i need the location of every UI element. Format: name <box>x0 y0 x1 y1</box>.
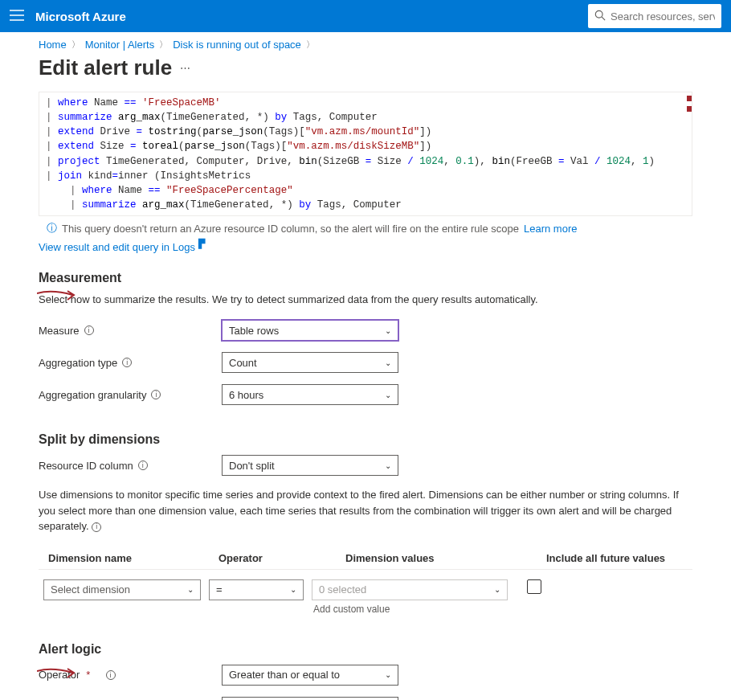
dimension-row: Select dimension⌄ =⌄ 0 selected⌄ <box>39 579 692 600</box>
arrow-annotation-icon <box>37 666 77 681</box>
aggregation-type-dropdown[interactable]: Count⌄ <box>222 352 398 373</box>
aggregation-type-label: Aggregation type <box>39 357 117 369</box>
chevron-down-icon: ⌄ <box>385 326 391 335</box>
chevron-down-icon: ⌄ <box>290 585 296 594</box>
measure-label: Measure <box>39 325 80 337</box>
info-icon[interactable]: i <box>84 325 94 335</box>
breadcrumb-home[interactable]: Home <box>39 39 67 51</box>
svg-point-0 <box>595 10 602 18</box>
global-search[interactable] <box>588 4 721 28</box>
chevron-down-icon: ⌄ <box>385 461 391 470</box>
include-future-values-checkbox[interactable] <box>527 579 541 594</box>
section-heading-measurement: Measurement <box>39 271 692 285</box>
more-actions-icon[interactable]: ⋯ <box>180 62 191 74</box>
global-search-input[interactable] <box>611 10 715 23</box>
dim-col-operator: Operator <box>218 552 345 564</box>
chevron-right-icon: 〉 <box>306 39 315 51</box>
chevron-down-icon: ⌄ <box>187 585 194 594</box>
resource-id-column-label: Resource ID column <box>39 460 133 472</box>
chevron-down-icon: ⌄ <box>385 670 391 679</box>
chevron-down-icon: ⌄ <box>494 585 500 594</box>
breadcrumb-monitor-alerts[interactable]: Monitor | Alerts <box>85 39 154 51</box>
breadcrumb: Home 〉 Monitor | Alerts 〉 Disk is runnin… <box>0 32 731 54</box>
threshold-value-input[interactable] <box>222 697 398 700</box>
page-title: Edit alert rule <box>39 55 172 80</box>
page-title-row: Edit alert rule ⋯ <box>0 54 731 92</box>
section-heading-split: Split by dimensions <box>39 432 692 447</box>
section-heading-alert-logic: Alert logic <box>39 642 692 657</box>
info-icon[interactable]: i <box>122 358 132 367</box>
view-in-logs-link[interactable]: View result and edit query in Logs <box>39 241 195 253</box>
aggregation-granularity-label: Aggregation granularity <box>39 389 146 401</box>
chevron-down-icon: ⌄ <box>385 358 391 367</box>
chevron-down-icon: ⌄ <box>385 391 391 399</box>
info-icon[interactable]: i <box>106 670 116 680</box>
info-icon[interactable]: i <box>92 522 101 532</box>
top-bar: Microsoft Azure <box>0 0 731 32</box>
dimensions-table-header: Dimension name Operator Dimension values… <box>39 547 692 570</box>
dim-col-values: Dimension values <box>345 552 546 564</box>
dimensions-hint: Use dimensions to monitor specific time … <box>39 487 692 534</box>
marker-icon <box>687 106 692 112</box>
chevron-right-icon: 〉 <box>159 39 168 51</box>
dimension-values-dropdown[interactable]: 0 selected⌄ <box>312 579 508 600</box>
aggregation-granularity-dropdown[interactable]: 6 hours⌄ <box>222 384 398 405</box>
open-logs-icon: ▛ <box>198 239 205 248</box>
resource-id-column-dropdown[interactable]: Don't split⌄ <box>222 455 398 476</box>
query-scope-note: ⓘ This query doesn't return an Azure res… <box>39 221 692 235</box>
hamburger-icon[interactable] <box>10 10 24 23</box>
breadcrumb-rule-name[interactable]: Disk is running out of space <box>173 39 301 51</box>
marker-icon <box>687 96 692 101</box>
dimension-operator-dropdown[interactable]: =⌄ <box>209 579 304 600</box>
query-note-text: This query doesn't return an Azure resou… <box>62 223 519 235</box>
svg-line-1 <box>602 17 605 20</box>
dimension-name-dropdown[interactable]: Select dimension⌄ <box>43 579 201 600</box>
measurement-description: Select how to summarize the results. We … <box>39 293 692 305</box>
chevron-right-icon: 〉 <box>71 39 80 51</box>
query-editor[interactable]: | where Name == 'FreeSpaceMB' | summariz… <box>39 92 692 216</box>
info-icon[interactable]: i <box>138 461 148 470</box>
search-icon <box>594 10 606 23</box>
arrow-annotation-icon <box>37 289 77 303</box>
info-icon: ⓘ <box>47 221 57 235</box>
info-icon[interactable]: i <box>151 390 161 399</box>
dim-col-future: Include all future values <box>546 552 683 564</box>
dim-col-name: Dimension name <box>48 552 218 564</box>
learn-more-link[interactable]: Learn more <box>524 223 577 235</box>
operator-dropdown[interactable]: Greater than or equal to⌄ <box>222 665 398 686</box>
add-custom-value-link[interactable]: Add custom value <box>313 604 692 615</box>
brand-label: Microsoft Azure <box>35 10 126 23</box>
measure-dropdown[interactable]: Table rows⌄ <box>222 320 398 341</box>
